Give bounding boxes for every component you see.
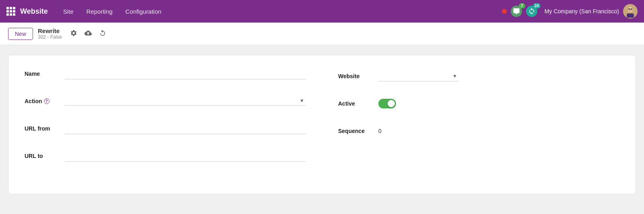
url-from-row: URL from <box>25 123 306 139</box>
active-label: Active <box>338 100 378 107</box>
breadcrumb: Rewrite 302 - False <box>38 27 62 40</box>
chat-count: 7 <box>519 3 525 8</box>
nav-reporting[interactable]: Reporting <box>81 6 118 17</box>
action-bar: New Rewrite 302 - False <box>0 23 644 45</box>
action-select-wrapper: 301 Redirect 302 Redirect Rewrite ▼ <box>65 96 306 106</box>
website-select-wrapper: ▼ <box>378 71 459 81</box>
form-left-section: Name Action ? 301 Redirect <box>25 68 306 178</box>
sequence-row: Sequence <box>338 123 619 139</box>
name-input[interactable] <box>65 68 306 79</box>
active-toggle[interactable] <box>378 99 396 108</box>
website-row: Website ▼ <box>338 68 619 84</box>
navbar-menu: Site Reporting Configuration <box>58 6 502 17</box>
name-text-input[interactable] <box>65 70 306 77</box>
svg-point-4 <box>631 8 632 10</box>
name-label: Name <box>25 68 65 77</box>
activity-count: 24 <box>533 3 541 8</box>
breadcrumb-title: Rewrite <box>38 27 62 34</box>
svg-rect-2 <box>627 13 634 18</box>
url-to-text-input[interactable] <box>65 152 306 159</box>
action-label: Action <box>25 98 42 104</box>
activity-badge[interactable]: 24 <box>526 6 537 17</box>
discard-icon-button[interactable] <box>97 29 108 39</box>
navbar: Website Site Reporting Configuration 7 2… <box>0 0 644 23</box>
url-to-input[interactable] <box>65 150 306 162</box>
settings-icon-button[interactable] <box>68 29 79 39</box>
upload-icon-button[interactable] <box>83 29 93 39</box>
toggle-slider <box>378 99 396 108</box>
sequence-input[interactable] <box>378 128 402 135</box>
action-select[interactable]: 301 Redirect 302 Redirect Rewrite <box>65 96 306 106</box>
form-right-section: Website ▼ Active <box>338 68 619 178</box>
new-button[interactable]: New <box>8 28 33 40</box>
form-grid: Name Action ? 301 Redirect <box>25 68 619 178</box>
svg-point-3 <box>629 8 630 10</box>
nav-site[interactable]: Site <box>58 6 79 17</box>
company-name[interactable]: My Company (San Francisco) <box>545 8 619 15</box>
chat-badge[interactable]: 7 <box>511 6 522 17</box>
action-row: Action ? 301 Redirect 302 Redirect Rewri… <box>25 96 306 112</box>
apps-grid-icon[interactable] <box>6 7 15 16</box>
form-card: Name Action ? 301 Redirect <box>8 55 636 194</box>
website-select[interactable] <box>378 71 459 81</box>
url-to-label: URL to <box>25 150 65 159</box>
url-from-input[interactable] <box>65 123 306 134</box>
name-row: Name <box>25 68 306 84</box>
action-help-icon[interactable]: ? <box>44 98 50 104</box>
url-from-label: URL from <box>25 123 65 132</box>
breadcrumb-sub: 302 - False <box>38 34 62 40</box>
active-row: Active <box>338 96 619 112</box>
url-to-row: URL to <box>25 150 306 166</box>
svg-point-1 <box>628 7 633 12</box>
action-label-wrapper: Action ? <box>25 96 65 104</box>
nav-configuration[interactable]: Configuration <box>120 6 167 17</box>
app-brand[interactable]: Website <box>20 7 48 16</box>
sequence-label: Sequence <box>338 128 378 134</box>
action-icons <box>68 29 108 39</box>
url-from-text-input[interactable] <box>65 125 306 131</box>
website-label: Website <box>338 73 378 79</box>
user-avatar[interactable] <box>623 4 638 19</box>
navbar-right: 7 24 My Company (San Francisco) <box>502 4 638 19</box>
status-indicator <box>502 9 507 14</box>
main-content: Name Action ? 301 Redirect <box>0 45 644 204</box>
